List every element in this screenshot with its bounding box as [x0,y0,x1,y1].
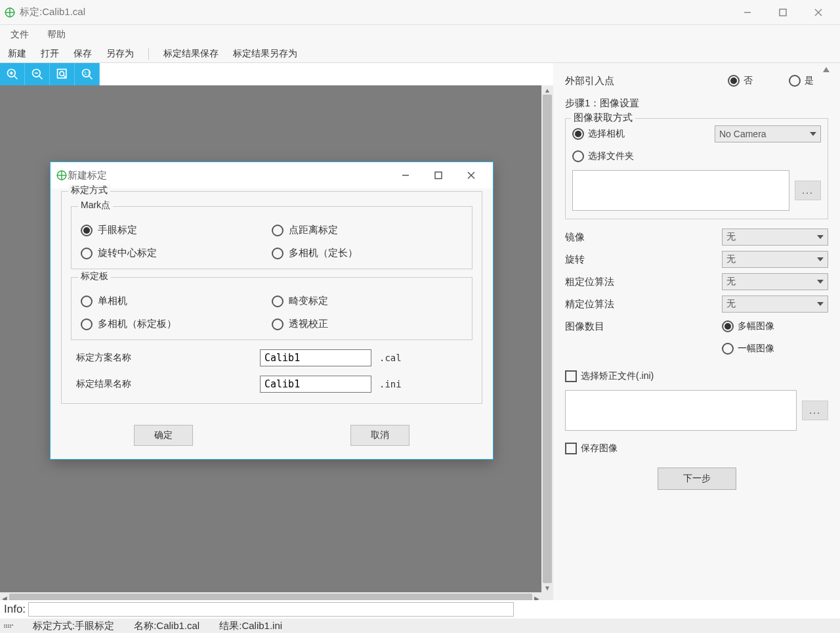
tb-saveas[interactable]: 另存为 [106,48,134,60]
zoom-out-icon[interactable] [25,63,50,85]
camera-combo[interactable]: No Camera [715,125,821,142]
radio-icon [272,318,284,330]
chevron-down-icon [810,132,816,136]
tb-open[interactable]: 打开 [41,48,59,60]
dialog-maximize-button[interactable] [422,162,455,188]
tb-save[interactable]: 保存 [74,48,92,60]
dialog-titlebar[interactable]: 新建标定 [51,162,493,188]
cancel-button[interactable]: 取消 [350,425,410,446]
coarse-combo[interactable]: 无 [722,273,828,290]
board-group: 标定板 单相机 畸变标定 多相机（标定板） 透视校正 [71,277,472,340]
radio-icon [722,343,734,355]
svg-point-15 [59,72,64,76]
mark-legend: Mark点 [78,200,113,211]
status-result: 结果:Calib1.ini [219,620,282,632]
correction-file-box[interactable] [565,390,797,431]
info-field [28,602,514,617]
coarse-label: 粗定位算法 [565,276,717,288]
toolbar-separator [148,48,149,60]
radio-icon [572,150,584,162]
tb-calib-save[interactable]: 标定结果保存 [163,48,219,60]
dialog-close-button[interactable] [455,162,488,188]
multi-camera-fixed-option[interactable]: 多相机（定长） [272,247,463,259]
svg-line-16 [63,76,65,77]
zoom-in-icon[interactable] [0,63,25,85]
new-calibration-dialog: 新建标定 标定方式 Mark点 手眼标定 点距离标定 旋转中心标定 多相机（定长… [50,162,494,460]
radio-icon [272,225,284,236]
window-title: 标定:Calib1.cal [20,6,730,18]
zoom-toolbar: 1:1 [0,63,553,85]
svg-rect-24 [435,172,442,179]
tb-calib-saveas[interactable]: 标定结果另存为 [233,48,297,60]
scroll-up-icon[interactable] [823,67,830,72]
chevron-down-icon [817,257,824,261]
dialog-title: 新建标定 [68,169,389,182]
radio-icon [81,248,93,259]
rotation-center-option[interactable]: 旋转中心标定 [81,247,272,259]
mark-group: Mark点 手眼标定 点距离标定 旋转中心标定 多相机（定长） [71,206,472,269]
chevron-down-icon [817,302,824,306]
ext-ref-no[interactable]: 否 [728,75,784,87]
vertical-scrollbar[interactable]: ▲ ▼ [541,85,553,592]
scheme-name-label: 标定方案名称 [76,352,260,364]
result-name-input[interactable] [260,376,371,393]
menu-file[interactable]: 文件 [7,26,33,43]
svg-rect-4 [780,9,786,16]
ext-ref-label: 外部引入点 [565,75,723,87]
checkbox-icon [565,370,577,382]
select-camera-option[interactable]: 选择相机 [572,128,709,140]
multi-image-option[interactable]: 多幅图像 [722,320,828,332]
board-legend: 标定板 [78,271,111,282]
mirror-combo[interactable]: 无 [722,229,828,246]
zoom-actual-icon[interactable]: 1:1 [75,63,100,85]
tb-new[interactable]: 新建 [8,48,26,60]
radio-icon [81,295,93,307]
multi-camera-board-option[interactable]: 多相机（标定板） [81,318,272,330]
maximize-button[interactable] [765,0,801,25]
radio-icon [272,295,284,307]
minimize-button[interactable] [730,0,765,25]
status-method: 标定方式:手眼标定 [33,620,114,632]
point-distance-option[interactable]: 点距离标定 [272,224,463,236]
result-name-label: 标定结果名称 [76,378,260,390]
app-icon [4,7,16,18]
menubar: 文件 帮助 [0,25,840,45]
browse-correction-button[interactable]: ... [802,401,828,420]
select-folder-option[interactable]: 选择文件夹 [572,150,634,162]
svg-line-8 [14,76,17,79]
single-image-option[interactable]: 一幅图像 [722,343,828,355]
rotate-combo[interactable]: 无 [722,251,828,268]
toolbar: 新建 打开 保存 另存为 标定结果保存 标定结果另存为 [0,45,840,63]
hand-eye-option[interactable]: 手眼标定 [81,224,272,236]
radio-icon [81,318,93,330]
ext-ref-yes[interactable]: 是 [789,75,828,87]
distortion-option[interactable]: 畸变标定 [272,295,463,307]
acquisition-fieldset: 图像获取方式 选择相机 No Camera 选择文件夹 ... [565,118,828,219]
single-camera-option[interactable]: 单相机 [81,295,272,307]
status-name: 名称:Calib1.cal [134,620,200,632]
svg-line-18 [89,76,92,79]
mirror-label: 镜像 [565,231,717,244]
radio-icon [722,320,734,332]
radio-icon [789,75,801,87]
img-count-label: 图像数目 [565,320,717,333]
settings-panel: 外部引入点 否 是 步骤1：图像设置 图像获取方式 选择相机 No Camera… [553,63,840,604]
next-step-button[interactable]: 下一步 [658,468,736,490]
zoom-fit-icon[interactable] [50,63,75,85]
fine-label: 精定位算法 [565,298,717,311]
perspective-option[interactable]: 透视校正 [272,318,463,330]
acquisition-legend: 图像获取方式 [571,112,635,124]
dialog-minimize-button[interactable] [389,162,422,188]
calib-method-legend: 标定方式 [68,185,110,196]
save-image-check[interactable]: 保存图像 [565,443,618,454]
fine-combo[interactable]: 无 [722,295,828,313]
scheme-ext: .cal [379,353,402,363]
ok-button[interactable]: 确定 [134,425,193,446]
folder-path-box[interactable] [572,170,789,211]
select-correction-file-check[interactable]: 选择矫正文件(.ini) [565,370,654,382]
menu-help[interactable]: 帮助 [43,26,70,43]
close-button[interactable] [801,0,836,25]
scheme-name-input[interactable] [260,349,371,366]
browse-folder-button[interactable]: ... [795,181,821,200]
checkbox-icon [565,443,577,454]
